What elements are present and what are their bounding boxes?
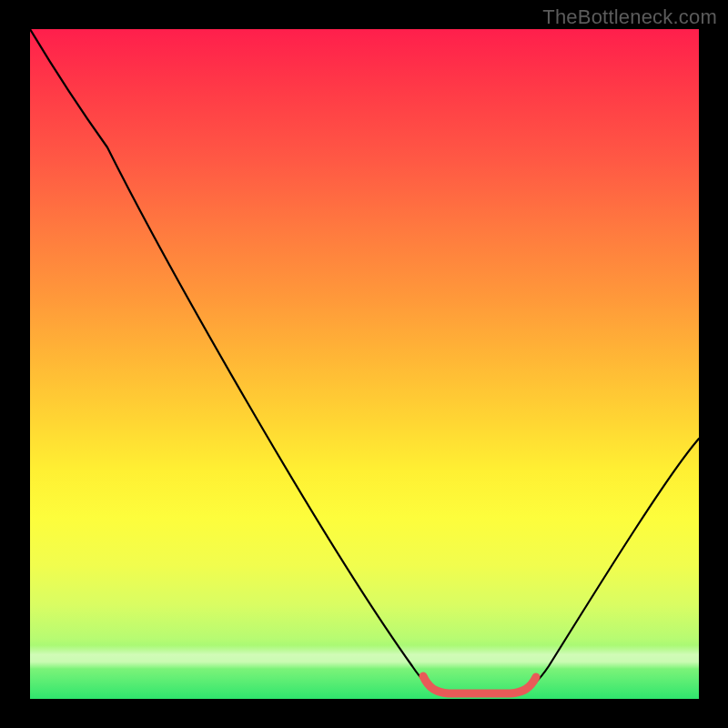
curve-layer xyxy=(30,29,699,699)
watermark-label: TheBottleneck.com xyxy=(542,5,717,29)
bottleneck-curve xyxy=(30,29,699,691)
chart-container: TheBottleneck.com xyxy=(0,0,728,728)
plot-area xyxy=(30,29,699,699)
highlight-trough xyxy=(423,676,536,693)
